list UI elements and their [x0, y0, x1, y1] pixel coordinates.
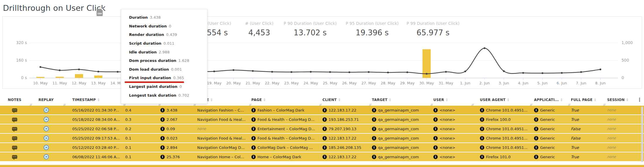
info-icon[interactable]: i [251, 145, 256, 150]
info-icon[interactable]: i [251, 127, 256, 131]
notes-chat-icon[interactable]: ··· [12, 155, 17, 159]
kebab-menu-icon[interactable]: ⋮ [637, 98, 642, 102]
notes-chat-icon[interactable]: ··· [12, 118, 17, 121]
notes-chat-icon[interactable]: ··· [12, 146, 17, 149]
table-row[interactable]: ···05/25/2022 02:06:58 P...0.2i0.09nonei… [0, 124, 644, 133]
column-header-user_agent[interactable]: ∕∕USER AGENT [471, 94, 530, 106]
column-header-user[interactable]: ∕∕USER [430, 94, 471, 106]
info-icon[interactable]: i [322, 127, 327, 131]
info-icon[interactable]: i [322, 136, 327, 140]
column-resize-grip[interactable]: ∕∕ [530, 103, 532, 106]
info-icon[interactable]: i [160, 127, 165, 131]
column-header-client[interactable]: ∕∕CLIENT [319, 94, 369, 106]
info-icon[interactable]: i [372, 136, 376, 140]
info-icon[interactable]: i [372, 127, 376, 131]
info-icon[interactable]: i [160, 117, 165, 122]
info-icon[interactable]: i [534, 155, 538, 159]
replay-play-icon[interactable] [44, 117, 49, 122]
column-resize-grip[interactable]: ∕∕ [369, 103, 371, 106]
info-icon[interactable]: i [251, 155, 256, 159]
replay-play-icon[interactable] [44, 135, 49, 141]
column-header-timestamp[interactable]: ∕∕TIMESTAMP [63, 94, 123, 106]
info-icon[interactable]: i [251, 136, 256, 140]
replay-play-icon[interactable] [44, 107, 49, 113]
info-icon[interactable]: i [480, 108, 484, 112]
table-row[interactable]: ···05/18/2022 08:34:00 A...0.3i2.067Navi… [0, 115, 644, 124]
column-resize-grip[interactable]: ∕∕ [603, 103, 605, 106]
info-icon[interactable]: i [480, 155, 484, 159]
sort-arrows-icon[interactable] [446, 98, 448, 101]
sort-arrows-icon[interactable] [339, 98, 340, 101]
x-axis-label: 23. May [284, 81, 299, 85]
table-row[interactable]: ···05/12/2022 03:28:40 P...0.1i2.894Navi… [0, 143, 644, 152]
info-icon[interactable]: i [433, 117, 438, 122]
column-header-session[interactable]: ∕∕SESSION [603, 94, 635, 106]
sort-arrows-icon[interactable] [594, 98, 596, 101]
column-header-full_page[interactable]: ∕∕FULL PAGE [568, 94, 603, 106]
info-icon[interactable]: i [534, 117, 538, 122]
table-row[interactable]: ···05/25/2022 09:17:53 A...0.1i0.023Navi… [0, 134, 644, 142]
info-icon[interactable]: i [372, 155, 376, 159]
sort-arrows-icon[interactable] [389, 98, 391, 101]
notes-chat-icon[interactable]: ··· [12, 127, 17, 131]
cell-value: 0.09 [166, 127, 175, 131]
table-row[interactable]: ···05/16/2022 01:34:30 P...0.4i3.438Navi… [0, 106, 644, 114]
info-icon[interactable]: i [480, 117, 484, 122]
info-icon[interactable]: i [372, 145, 376, 150]
info-icon[interactable]: i [480, 145, 484, 150]
sort-arrows-icon[interactable] [98, 98, 99, 101]
next-row-partial[interactable] [0, 165, 644, 167]
info-icon[interactable]: i [433, 108, 438, 112]
sort-arrows-icon[interactable] [507, 98, 509, 101]
column-resize-grip[interactable]: ∕∕ [568, 103, 570, 106]
info-icon[interactable]: i [160, 155, 165, 159]
info-icon[interactable]: i [251, 117, 256, 122]
cell-user_agent: iFirefox 101.0 [471, 152, 530, 161]
info-icon[interactable]: i [534, 145, 538, 150]
replay-play-icon[interactable] [44, 154, 49, 159]
info-icon[interactable]: i [160, 108, 165, 112]
info-icon[interactable]: i [534, 136, 538, 140]
column-resize-grip[interactable]: ∕∕ [249, 103, 251, 106]
replay-play-icon[interactable] [44, 145, 49, 150]
cell-full_page: True [568, 115, 603, 124]
table-row[interactable]: ···06/08/2022 11:46:06 A...0.1i25.376Nav… [0, 152, 644, 161]
info-icon[interactable]: i [322, 108, 327, 112]
info-icon[interactable]: i [480, 127, 484, 131]
info-icon[interactable]: i [322, 155, 327, 159]
column-resize-grip[interactable]: ∕∕ [430, 103, 433, 106]
replay-play-icon[interactable] [44, 126, 49, 131]
info-icon[interactable]: i [160, 145, 165, 150]
cell-value: <none> [439, 136, 455, 140]
column-resize-grip[interactable]: ∕∕ [63, 103, 66, 106]
info-icon[interactable]: i [160, 136, 165, 140]
info-icon[interactable]: i [433, 127, 438, 131]
table-scrollbar[interactable] [641, 107, 643, 162]
info-icon[interactable]: i [480, 136, 484, 140]
sort-arrows-icon[interactable] [626, 98, 628, 101]
notes-chat-icon[interactable]: ··· [12, 136, 17, 140]
sort-arrows-icon[interactable] [561, 98, 562, 101]
sort-arrows-icon[interactable] [264, 98, 265, 101]
tooltip-metric-dom-process-duration: Dom process duration1.628 [129, 56, 207, 65]
cell-user_agent: iChrome 101.0.4951... [471, 124, 530, 133]
info-icon[interactable]: i [322, 145, 327, 150]
sort-arrows-icon[interactable] [211, 98, 212, 101]
cell-value: 05/12/2022 03:28:40 P... [72, 145, 119, 150]
column-resize-grip[interactable]: ∕∕ [471, 103, 474, 106]
info-icon[interactable]: i [433, 136, 438, 140]
info-icon[interactable]: i [433, 155, 438, 159]
info-icon[interactable]: i [534, 127, 538, 131]
notes-chat-icon[interactable]: ··· [12, 108, 17, 112]
info-icon[interactable]: i [534, 108, 538, 112]
column-header-target[interactable]: ∕∕TARGET [369, 94, 430, 106]
info-icon[interactable]: i [251, 108, 256, 112]
column-resize-grip[interactable]: ∕∕ [30, 103, 32, 106]
info-icon[interactable]: i [322, 117, 327, 122]
column-header-application[interactable]: ∕∕APPLICATI... [530, 94, 568, 106]
column-resize-grip[interactable]: ∕∕ [319, 103, 322, 106]
info-icon[interactable]: i [372, 117, 376, 122]
info-icon[interactable]: i [433, 145, 438, 150]
info-icon[interactable]: i [372, 108, 376, 112]
column-header-page[interactable]: ∕∕PAGE [249, 94, 319, 106]
